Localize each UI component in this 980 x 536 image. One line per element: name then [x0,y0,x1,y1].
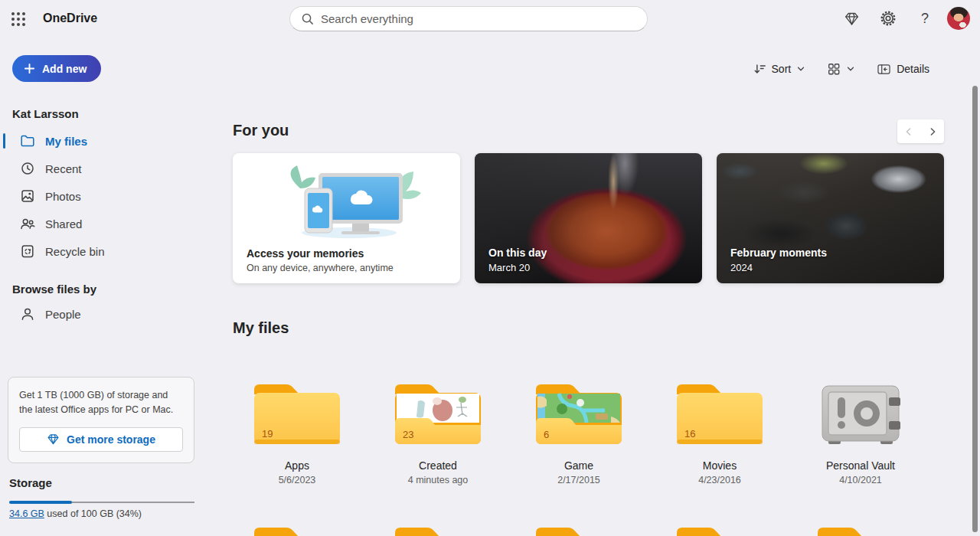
folder-tile-partial[interactable] [508,518,649,536]
sort-button[interactable]: Sort [753,62,806,76]
folder-tile-created[interactable]: 23 Created 4 minutes ago [368,375,508,485]
sidebar-item-recycle-bin[interactable]: Recycle bin [0,237,197,265]
plus-icon [24,63,35,74]
folder-icon: 23 [395,383,481,446]
search-placeholder: Search everything [321,12,413,25]
folder-icon: 19 [254,383,340,446]
promo-text: Get 1 TB (1000 GB) of storage and the la… [19,388,183,417]
sidebar-nav: My files Recent Photos [0,127,197,328]
app-launcher-icon[interactable] [9,10,28,28]
folder-icon [395,526,481,536]
recycle-bin-icon [20,243,35,259]
browse-files-by-heading: Browse files by [12,280,197,297]
search-icon [301,12,314,25]
details-pane-button[interactable]: Details [877,62,929,77]
get-more-storage-label: Get more storage [67,433,155,446]
personal-vault-safe-icon [818,383,903,446]
add-new-button[interactable]: Add new [12,55,101,82]
help-label: ? [921,11,929,27]
storage-promo-card: Get 1 TB (1000 GB) of storage and the la… [8,377,194,463]
chevron-down-icon [846,64,855,74]
folder-item-count: 19 [262,428,273,440]
card-title: Access your memories [247,247,394,260]
folder-tile-game[interactable]: 6 Game 2/17/2015 [508,375,649,485]
storage-usage-suffix: used of 100 GB (34%) [44,508,142,519]
sidebar-item-my-files[interactable]: My files [0,127,197,155]
folder-name: Created [419,459,457,472]
search-input[interactable]: Search everything [289,6,648,31]
folder-item-count: 16 [684,428,695,440]
files-grid: 19 Apps 5/6/2023 23 [227,375,931,485]
folder-item-count: 6 [544,429,549,440]
sidebar-item-label: People [45,308,81,321]
vertical-scrollbar[interactable] [972,86,978,532]
folder-date: 4/23/2016 [698,475,741,485]
folder-tile-partial[interactable] [227,518,368,536]
folder-tile-personal-vault[interactable]: Personal Vault 4/10/2021 [790,375,931,485]
folder-icon [254,526,340,536]
carousel-next-button[interactable] [921,119,945,143]
folder-name: Personal Vault [826,459,895,472]
folder-tile-movies[interactable]: 16 Movies 4/23/2016 [649,375,790,485]
card-title: February moments [730,247,827,259]
grid-view-icon [827,62,841,76]
chevron-left-icon [903,126,914,137]
onedrive-app: OneDrive Search everything [0,0,980,536]
folder-tile-apps[interactable]: 19 Apps 5/6/2023 [227,375,368,485]
person-icon [20,306,35,322]
folder-tile-partial[interactable] [649,518,790,536]
sidebar: Add new Kat Larsson My files Recent [0,37,197,536]
card-subtitle: March 20 [488,262,547,273]
memories-card[interactable]: Access your memories On any device, anyw… [233,153,460,283]
folder-item-count: 23 [403,429,413,440]
sidebar-item-shared[interactable]: Shared [0,210,197,237]
sidebar-item-recent[interactable]: Recent [0,155,197,182]
gear-icon [880,10,897,27]
view-toolbar: Sort Deta [753,58,929,80]
folder-tile-partial[interactable] [790,518,931,536]
premium-button[interactable] [841,8,862,29]
waffle-icon [9,10,28,28]
storage-progress-fill [9,501,72,504]
sidebar-item-people[interactable]: People [0,300,197,328]
card-subtitle: On any device, anywhere, anytime [247,263,394,273]
folder-icon [677,526,763,536]
folder-name: Movies [703,459,737,472]
chevron-right-icon [927,126,938,137]
devices-cloud-illustration [233,159,460,242]
sidebar-item-label: Shared [45,217,82,230]
view-mode-button[interactable] [827,62,855,76]
folder-name: Apps [285,459,309,472]
settings-button[interactable] [877,8,899,29]
folder-tile-partial[interactable] [368,518,508,536]
folder-icon: 6 [536,383,622,446]
carousel-controls [897,119,944,143]
folder-date: 2/17/2015 [557,475,600,485]
carousel-prev-button[interactable] [897,119,921,143]
sort-label: Sort [772,63,792,75]
storage-used-link[interactable]: 34.6 GB [9,508,44,519]
on-this-day-card[interactable]: On this day March 20 [475,153,702,283]
storage-heading: Storage [9,476,52,489]
folder-date: 4/10/2021 [839,475,882,485]
image-icon [20,188,35,204]
account-avatar[interactable] [947,7,970,30]
help-button[interactable]: ? [914,8,936,29]
clock-icon [20,161,35,176]
folder-date: 5/6/2023 [279,475,316,485]
for-you-cards: Access your memories On any device, anyw… [233,153,944,283]
add-new-label: Add new [42,63,87,75]
diamond-icon [47,433,60,446]
get-more-storage-button[interactable]: Get more storage [19,427,183,452]
folder-icon: 16 [677,383,763,446]
sort-icon [753,62,766,76]
february-moments-card[interactable]: February moments 2024 [717,153,944,283]
sidebar-item-label: Recycle bin [45,245,105,258]
files-grid-next-row [227,518,931,536]
storage-progress-bar [9,501,194,504]
folder-icon [20,133,35,149]
user-name: Kat Larsson [12,107,79,120]
sidebar-item-label: Recent [45,162,82,175]
folder-icon [818,526,903,536]
sidebar-item-photos[interactable]: Photos [0,182,197,210]
